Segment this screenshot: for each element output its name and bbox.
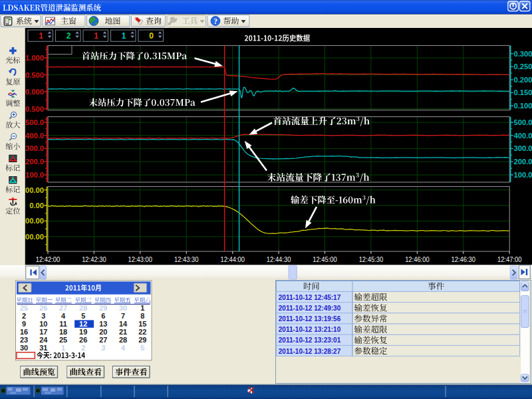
svg-text:500.0: 500.0	[514, 118, 532, 126]
svg-text:12:47:00: 12:47:00	[497, 255, 522, 264]
svg-text:12:44:30: 12:44:30	[267, 255, 291, 264]
svg-text:2: 2	[22, 312, 26, 320]
svg-text:2: 2	[66, 31, 71, 41]
svg-text:1: 1	[61, 344, 65, 352]
svg-text:1: 1	[122, 31, 126, 41]
svg-text:23: 23	[20, 336, 28, 344]
svg-text:6: 6	[101, 312, 105, 320]
svg-text:2011-10-12 13:23:01: 2011-10-12 13:23:01	[279, 336, 341, 344]
svg-text:12:45:30: 12:45:30	[359, 255, 384, 264]
svg-text:0.100: 0.100	[514, 102, 532, 110]
svg-text:26: 26	[79, 336, 87, 344]
svg-text:27: 27	[99, 336, 107, 344]
svg-text:5: 5	[140, 344, 144, 352]
svg-text:25: 25	[20, 304, 28, 312]
svg-text:12:42:30: 12:42:30	[82, 255, 106, 264]
svg-text:0.000: 0.000	[25, 88, 44, 96]
svg-text:?: ?	[213, 17, 217, 25]
svg-text:200.0: 200.0	[514, 158, 532, 166]
svg-text:1: 1	[140, 304, 144, 312]
svg-text:24: 24	[39, 336, 48, 344]
svg-text:17: 17	[39, 328, 47, 336]
svg-text:12: 12	[79, 320, 87, 328]
svg-text:1.000: 1.000	[25, 54, 44, 62]
svg-text:12:44:00: 12:44:00	[220, 255, 245, 264]
svg-text:29: 29	[99, 304, 107, 312]
svg-text:10: 10	[39, 320, 47, 328]
svg-text:30: 30	[20, 344, 28, 352]
svg-text:29: 29	[138, 336, 146, 344]
svg-text:12:46:00: 12:46:00	[405, 255, 430, 264]
svg-text:12:45:00: 12:45:00	[313, 255, 337, 264]
svg-text:300.0: 300.0	[25, 144, 44, 152]
svg-text:30: 30	[119, 304, 127, 312]
svg-text:9: 9	[22, 320, 26, 328]
svg-text:400.0: 400.0	[514, 132, 532, 140]
svg-text:12:46:30: 12:46:30	[452, 255, 476, 264]
svg-text:4: 4	[61, 312, 66, 320]
svg-text:28: 28	[119, 336, 127, 344]
svg-text:19: 19	[79, 328, 87, 336]
svg-text:18: 18	[59, 328, 67, 336]
svg-text:3: 3	[101, 344, 105, 352]
svg-text:21: 21	[119, 328, 127, 336]
svg-text:12:43:30: 12:43:30	[174, 255, 199, 264]
svg-text:14: 14	[119, 320, 128, 328]
svg-text:0.00: 0.00	[29, 201, 44, 209]
svg-text:16: 16	[20, 328, 28, 336]
svg-text:300.0: 300.0	[514, 144, 532, 152]
svg-text:2011-10-12 13:28:27: 2011-10-12 13:28:27	[279, 348, 341, 355]
svg-text:20: 20	[99, 328, 107, 336]
svg-text:2011-10-12 12:45:17: 2011-10-12 12:45:17	[279, 294, 341, 301]
svg-text:25: 25	[59, 336, 67, 344]
svg-text:12:43:00: 12:43:00	[128, 255, 153, 264]
svg-text:31: 31	[39, 344, 47, 352]
svg-text:500.0: 500.0	[25, 118, 44, 126]
svg-text:0.500: 0.500	[25, 71, 44, 79]
svg-text:15: 15	[138, 320, 146, 328]
svg-text:400.0: 400.0	[25, 132, 44, 140]
svg-text:2011-10-12 13:21:10: 2011-10-12 13:21:10	[279, 326, 341, 333]
svg-text:2011-10-12 12:49:30: 2011-10-12 12:49:30	[279, 305, 341, 312]
svg-text:3: 3	[41, 312, 45, 320]
svg-text:0: 0	[149, 31, 154, 41]
svg-text:5: 5	[81, 312, 85, 320]
svg-text:28: 28	[79, 304, 87, 312]
svg-text:13: 13	[99, 320, 107, 328]
svg-text:7: 7	[121, 312, 125, 320]
svg-text:12:42:00: 12:42:00	[36, 255, 61, 264]
svg-text:200.0: 200.0	[25, 158, 44, 166]
svg-text:100.0: 100.0	[25, 171, 44, 179]
svg-text:2011-10-12 13:19:56: 2011-10-12 13:19:56	[279, 315, 341, 323]
svg-text:11: 11	[59, 320, 67, 328]
svg-text:22: 22	[138, 328, 146, 336]
svg-text:0.300: 0.300	[514, 50, 532, 58]
svg-text:-0.500: -0.500	[23, 105, 44, 113]
svg-text:0.150: 0.150	[514, 88, 532, 96]
svg-text:8: 8	[140, 312, 144, 320]
svg-text:2: 2	[81, 344, 85, 352]
svg-text:1: 1	[39, 31, 43, 41]
svg-text:0.250: 0.250	[514, 63, 532, 70]
svg-text:26: 26	[39, 304, 47, 312]
svg-text:100.0: 100.0	[514, 171, 532, 179]
svg-text:1: 1	[94, 31, 98, 41]
svg-text:4: 4	[121, 344, 126, 352]
svg-text:27: 27	[59, 304, 67, 312]
svg-text:0.200: 0.200	[514, 76, 532, 84]
